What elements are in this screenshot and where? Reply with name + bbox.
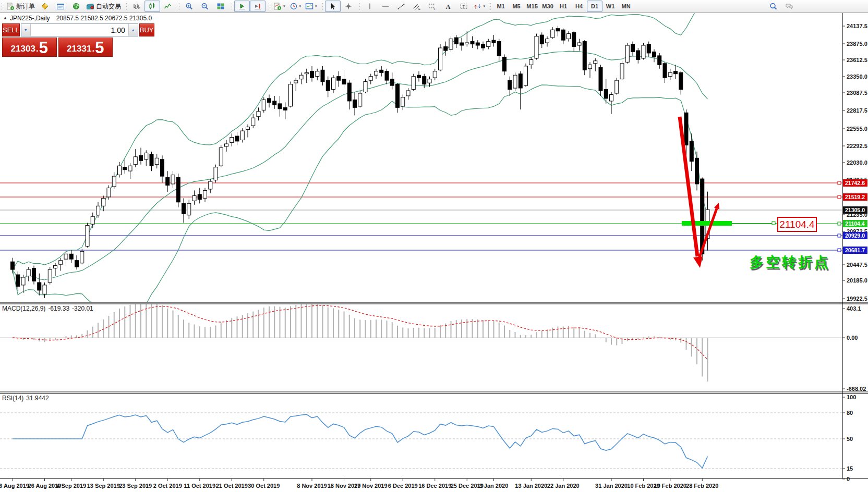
svg-text:0: 0 (847, 476, 850, 482)
chart-shift-button[interactable] (250, 1, 266, 12)
timeframe-m5[interactable]: M5 (509, 1, 524, 12)
svg-text:22555.0: 22555.0 (847, 126, 867, 132)
clock-icon (290, 2, 298, 10)
vertical-line-button[interactable] (362, 1, 378, 12)
volume-increase-button[interactable]: ▲ (128, 24, 138, 36)
dropdown-caret-icon[interactable]: ▾ (283, 4, 285, 8)
zoom-in-button[interactable] (182, 1, 197, 12)
price-chart-svg[interactable]: 24137.523875.023612.523350.023087.522817… (0, 0, 868, 492)
one-click-trading-panel: SELL ▼ ▲ BUY 21303.5 21331.5 (2, 23, 113, 57)
buy-price-display[interactable]: 21331.5 (58, 38, 113, 57)
volume-input[interactable] (31, 24, 128, 36)
dropdown-caret-icon[interactable]: ▾ (299, 4, 302, 8)
community-button[interactable] (781, 1, 797, 12)
toolbar-group-timeframes: M1M5M15M30H1H4D1W1MN (489, 0, 635, 13)
svg-text:3 Jan 2020: 3 Jan 2020 (479, 483, 509, 489)
timeframe-m5-label: M5 (512, 3, 520, 9)
svg-text:28 Feb 2020: 28 Feb 2020 (686, 483, 718, 489)
navigator-icon (72, 2, 80, 10)
svg-text:25 Dec 2019: 25 Dec 2019 (451, 483, 484, 489)
chart-title: ▲JPN225-,Daily20857.5 21582.5 20672.5 21… (3, 15, 152, 22)
community-icon (785, 2, 793, 10)
chart-symbol-period: JPN225-,Daily (10, 15, 50, 22)
new-order-button[interactable]: 新订单 (4, 1, 37, 12)
autotrading-button[interactable]: 自动交易 (84, 1, 123, 12)
chart-shift-icon (254, 2, 262, 10)
svg-text:T: T (462, 4, 465, 9)
turning-point-annotation: 多空转折点 (750, 253, 830, 272)
fibonacci-button[interactable]: F (425, 1, 440, 12)
svg-text:22292.5: 22292.5 (847, 143, 867, 149)
svg-text:16 Aug 2019: 16 Aug 2019 (0, 483, 29, 489)
timeframe-mn[interactable]: MN (618, 1, 634, 12)
auto-scroll-button[interactable] (234, 1, 250, 12)
fibonacci-icon: F (428, 2, 437, 10)
candlestick-chart-button[interactable] (144, 1, 160, 12)
svg-text:21 Oct 2019: 21 Oct 2019 (216, 483, 248, 489)
crosshair-button[interactable] (341, 1, 356, 12)
toolbar-group-chart-type (125, 0, 177, 13)
data-window-button[interactable] (53, 1, 68, 12)
trendline-button[interactable] (393, 1, 409, 12)
timeframe-m1[interactable]: M1 (493, 1, 509, 12)
text-button[interactable]: A (440, 1, 456, 12)
bar-chart-button[interactable] (129, 1, 144, 12)
crosshair-icon (344, 2, 353, 10)
zoom-out-button[interactable] (197, 1, 213, 12)
timeframe-m30[interactable]: M30 (540, 1, 556, 12)
search-button[interactable] (766, 1, 781, 12)
dropdown-caret-icon[interactable]: ▾ (315, 4, 317, 8)
svg-text:23612.5: 23612.5 (847, 57, 867, 63)
arrows-button[interactable]: ▾ (472, 1, 488, 12)
svg-text:6 Dec 2019: 6 Dec 2019 (388, 483, 418, 489)
timeframe-h1[interactable]: H1 (556, 1, 571, 12)
level-price-annotation[interactable]: 21104.4 (777, 217, 817, 232)
periods-button[interactable]: ▾ (287, 1, 304, 12)
autotrading-button-label: 自动交易 (96, 2, 121, 11)
toolbar-group-objects: EFAT▾ (358, 0, 489, 13)
toolbar-group-scroll (230, 0, 267, 13)
svg-text:23350.0: 23350.0 (847, 73, 867, 80)
svg-text:13 Sep 2019: 13 Sep 2019 (87, 483, 120, 489)
candles-icon (148, 2, 156, 10)
vline-icon (366, 2, 374, 10)
svg-text:20447.5: 20447.5 (847, 262, 867, 268)
svg-text:13 Jan 2020: 13 Jan 2020 (515, 483, 547, 489)
collapse-panel-icon[interactable]: ▲ (3, 16, 7, 20)
horizontal-line-button[interactable] (378, 1, 393, 12)
buy-button[interactable]: BUY (139, 23, 154, 36)
dropdown-caret-icon[interactable]: ▾ (484, 4, 486, 8)
timeframe-h4[interactable]: H4 (571, 1, 587, 12)
arrows-icon (474, 2, 482, 10)
cursor-button[interactable] (325, 1, 341, 12)
svg-text:15: 15 (847, 465, 853, 472)
sell-button[interactable]: SELL (2, 23, 20, 36)
svg-text:30 Oct 2019: 30 Oct 2019 (248, 483, 280, 489)
svg-text:24137.5: 24137.5 (847, 23, 867, 29)
templates-button[interactable]: ▾ (303, 1, 319, 12)
timeframe-m15[interactable]: M15 (524, 1, 540, 12)
svg-text:0.00: 0.00 (847, 335, 858, 341)
timeframe-w1[interactable]: W1 (602, 1, 618, 12)
zoom-in-icon (185, 2, 194, 10)
timeframe-d1[interactable]: D1 (587, 1, 602, 12)
macd-name: MACD(12,26,9) (2, 305, 45, 312)
svg-text:16 Dec 2019: 16 Dec 2019 (418, 483, 451, 489)
trendline-icon (397, 2, 405, 10)
line-chart-button[interactable] (160, 1, 176, 12)
auto-scroll-icon (238, 2, 246, 10)
timeframe-m30-label: M30 (542, 3, 553, 9)
toolbar-group-pointer (321, 0, 358, 13)
indicators-button[interactable]: ▾ (271, 1, 287, 12)
text-label-button[interactable]: T (456, 1, 472, 12)
equidistant-channel-button[interactable]: E (409, 1, 425, 12)
volume-decrease-button[interactable]: ▼ (21, 24, 31, 36)
sell-price-pips: 5 (39, 40, 48, 56)
bars-icon (132, 2, 141, 10)
tile-windows-button[interactable] (213, 1, 228, 12)
svg-text:E: E (418, 7, 420, 10)
market-watch-button[interactable] (37, 1, 53, 12)
sell-price-display[interactable]: 21303.5 (2, 38, 57, 57)
navigator-button[interactable] (68, 1, 84, 12)
buy-price-pips: 5 (95, 40, 104, 56)
